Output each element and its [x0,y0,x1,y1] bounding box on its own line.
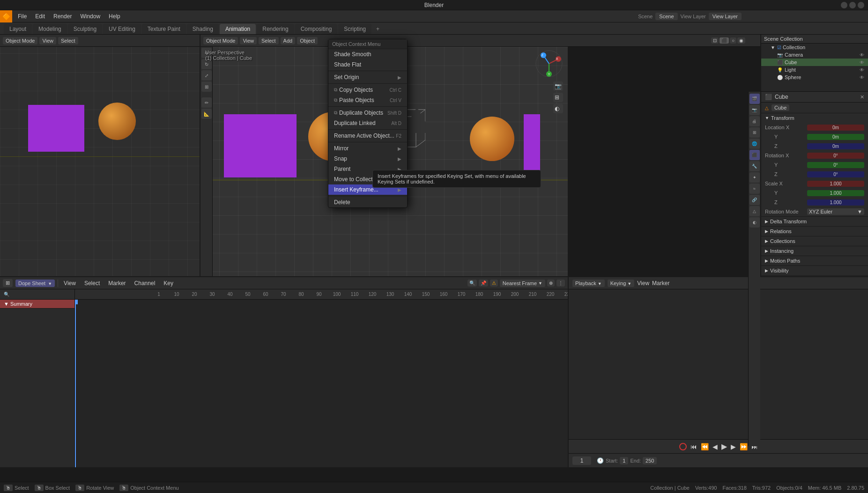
menu-edit[interactable]: Edit [31,12,49,21]
tab-shading[interactable]: Shading [187,24,219,34]
prop-world-icon[interactable]: 🌐 [749,139,760,149]
ctx-shade-flat[interactable]: Shade Flat [328,59,407,70]
menu-file[interactable]: File [14,12,30,21]
dope-view-menu[interactable]: View [61,279,79,287]
prop-view-layer-icon[interactable]: ⊞ [749,127,760,138]
wireframe-btn[interactable]: ⊡ [711,37,719,44]
toolbar-transform[interactable]: ⊞ [201,81,212,92]
dope-sheet-mode-btn[interactable]: Dope Sheet ▼ [15,280,55,287]
dope-filter-icon[interactable]: 🔍 [467,280,477,287]
outliner-sphere[interactable]: ⚪ Sphere 👁 [761,74,868,81]
playback-btn[interactable]: Playback ▼ [572,280,605,287]
ctx-copy-objects[interactable]: ⧉ Copy Objects Ctrl C [328,85,407,95]
tab-texture-paint[interactable]: Texture Paint [142,24,186,34]
prop-object-icon[interactable]: ⬛ [749,150,760,160]
transform-header[interactable]: ▼ Transform [761,113,868,123]
tab-sculpting[interactable]: Sculpting [68,24,102,34]
prop-material-icon[interactable]: ◐ [749,217,760,228]
rotation-z[interactable]: 0° [807,171,864,177]
play-btn[interactable]: ▶ [721,442,727,451]
ctx-duplicate-objects[interactable]: ⧉ Duplicate Objects Shift D [328,108,407,118]
scale-y[interactable]: 1.000 [807,190,864,196]
outliner-collection[interactable]: ▼ ☑ Collection [761,44,868,51]
dope-more-icon[interactable]: ⋮ [556,280,565,287]
menu-render[interactable]: Render [50,12,75,21]
prop-render-icon[interactable]: 📷 [749,105,760,115]
nearest-frame-dropdown[interactable]: Nearest Frame ▼ [500,280,545,287]
prop-constraints-icon[interactable]: 🔗 [749,195,760,205]
ctx-rename-active[interactable]: Rename Active Object... F2 [328,131,407,141]
playhead[interactable] [75,300,76,467]
tab-layout[interactable]: Layout [4,24,32,34]
ctx-snap[interactable]: Snap ▶ [328,154,407,164]
timeline-search-icon[interactable]: 🔍 [4,292,9,297]
step-back-btn[interactable]: ⏪ [701,443,709,450]
dope-pin-icon[interactable]: 📌 [479,280,488,287]
menu-window[interactable]: Window [76,12,104,21]
camera-icon[interactable]: 📷 [553,81,563,91]
menu-help[interactable]: Help [105,12,124,21]
instancing-header[interactable]: ▶ Instancing [761,246,868,256]
select-menu-btn[interactable]: Select [259,37,279,44]
rotation-mode-dropdown[interactable]: XYZ Euler ▼ [807,208,864,215]
tab-rendering[interactable]: Rendering [257,24,294,34]
dope-select-menu[interactable]: Select [82,279,103,287]
prop-data-icon[interactable]: △ [749,206,760,216]
toolbar-scale[interactable]: ⤢ [201,70,212,81]
blender-logo[interactable]: 🔶 [0,10,12,22]
ctx-mirror[interactable]: Mirror ▶ [328,143,407,154]
view-layer-selector[interactable]: View Layer [709,13,742,20]
close-btn[interactable] [858,2,864,8]
toolbar-annotate[interactable]: ✏ [201,97,212,108]
jump-start-btn[interactable]: ⏮ [690,443,697,450]
scale-z[interactable]: 1.000 [807,199,864,206]
minimize-btn[interactable] [841,2,847,8]
prop-modifier-icon[interactable]: 🔧 [749,161,760,171]
left-select-btn[interactable]: Select [58,37,78,44]
motion-paths-header[interactable]: ▶ Motion Paths [761,256,868,265]
toolbar-measure[interactable]: 📐 [201,109,212,119]
ctx-duplicate-linked[interactable]: Duplicate Linked Alt D [328,118,407,128]
rendered-btn[interactable]: ◉ [737,37,745,44]
grid-icon[interactable]: ⊞ [553,93,563,102]
prev-frame-btn[interactable]: ◀ [712,443,718,450]
visibility-header[interactable]: ▶ Visibility [761,266,868,275]
keying-btn[interactable]: Keying ▼ [608,280,635,287]
material-btn[interactable]: ○ [730,37,736,44]
relations-header[interactable]: ▶ Relations [761,227,868,236]
delta-transform-header[interactable]: ▶ Delta Transform [761,217,868,226]
scene-selector[interactable]: Scene [655,13,677,20]
object-mode-btn[interactable]: Object Mode [203,37,238,44]
tab-compositing[interactable]: Compositing [295,24,338,34]
maximize-btn[interactable] [849,2,856,8]
data-name-field[interactable]: Cube [772,104,789,111]
next-frame-btn[interactable]: ▶ [731,443,736,450]
rotation-y[interactable]: 0° [807,162,864,168]
dope-key-menu[interactable]: Key [161,279,176,287]
outliner-light[interactable]: 💡 Light 👁 [761,66,868,74]
location-x[interactable]: 0m [807,125,864,131]
left-mode-btn[interactable]: Object Mode [3,37,37,44]
outliner-camera[interactable]: 📷 Camera 👁 [761,51,868,59]
dope-snap-icon[interactable]: ⊕ [547,280,555,287]
prop-particles-icon[interactable]: ✦ [749,172,760,183]
nav-gizmo[interactable]: X Z Y [535,50,563,78]
ctx-set-origin[interactable]: Set Origin ▶ [328,72,407,82]
current-frame-field[interactable]: 1 [572,456,591,465]
ctx-paste-objects[interactable]: ⧉ Paste Objects Ctrl V [328,95,407,105]
prop-close-icon[interactable]: ✕ [860,94,864,100]
tab-add[interactable]: + [372,24,383,34]
window-controls[interactable] [841,2,864,8]
tab-modeling[interactable]: Modeling [33,24,67,34]
dope-warning-icon[interactable]: ⚠ [490,280,498,287]
outliner-cube[interactable]: ⬛ Cube 👁 [761,59,868,66]
end-frame-field[interactable]: 250 [643,457,657,464]
start-frame-field[interactable]: 1 [620,457,628,464]
ctx-delete[interactable]: Delete [328,197,407,207]
anim-view-btn[interactable]: View [637,280,649,287]
tab-uv-editing[interactable]: UV Editing [103,24,141,34]
rotation-x[interactable]: 0° [807,153,864,159]
dope-channel-menu[interactable]: Channel [132,279,158,287]
editor-type-btn[interactable]: ⊞ [3,279,13,287]
left-view-btn[interactable]: View [39,37,56,44]
